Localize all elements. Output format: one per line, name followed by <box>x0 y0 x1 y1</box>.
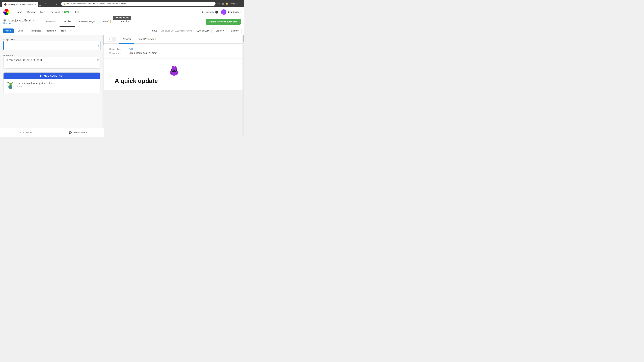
visual-mode-btn[interactable]: Visual <box>3 28 14 33</box>
assistant-body: I am writing a few subject lines for you… <box>4 79 100 93</box>
subject-line-section: Subject line 0 ⤡ <box>3 38 100 51</box>
right-panel: 👁 ▾ Browser Email Previews ⚠ <box>104 35 244 137</box>
browser-actions: ☆ ⧉ 🕵 Incognito ⋮ <box>218 2 242 5</box>
toolbar: Visual Code Templates Tracking ▾ Help ↩ … <box>0 27 244 35</box>
assistant-header: LITMUS ASSISTANT <box>4 72 100 79</box>
new-tab-btn[interactable]: + <box>39 4 41 7</box>
chevron-down-icon: ▾ <box>55 29 56 32</box>
update-previews-btn[interactable]: Update Previews & QA tabs <box>206 19 241 25</box>
svg-point-15 <box>10 85 11 86</box>
browser-tabs: Moodjoy test Email > Litmus ✕ + <box>2 0 41 7</box>
resources-btn[interactable]: ℹ Resources 1 <box>202 10 218 13</box>
incognito-label: Incognito <box>230 2 238 5</box>
address-bar[interactable]: 🔒 litmus.com/folders/unsorted_emails/ema… <box>61 2 216 6</box>
email-preview-area: Subject line Add Preview text Lorem ipsu… <box>104 43 244 137</box>
chevron-down-icon: ▾ <box>223 29 224 32</box>
tab-builder[interactable]: Builder <box>60 17 75 27</box>
bookmark-btn[interactable]: ☆ <box>218 2 220 5</box>
toolbar-right: Save Last saved Dec 20, 2023 at 7:29pm S… <box>150 28 242 33</box>
svg-point-13 <box>10 84 10 84</box>
svg-rect-16 <box>8 86 12 88</box>
left-panel-content: Subject line 0 ⤡ Preview text Lorem ipsu… <box>0 35 104 128</box>
browser-view-tab[interactable]: Browser <box>119 35 134 43</box>
email-subject-label: Subject line <box>109 48 126 50</box>
tab-title: Moodjoy test Email > Litmus <box>8 3 33 6</box>
forward-btn[interactable]: → <box>49 1 54 6</box>
redo-btn[interactable]: ↪ <box>74 28 79 33</box>
app-logo <box>3 9 10 15</box>
export-btn[interactable]: Export ▾ <box>213 28 227 33</box>
save-btn[interactable]: Save <box>150 28 159 33</box>
tab-previews-qa[interactable]: Previews & QA <box>75 17 99 27</box>
back-btn[interactable]: ← <box>44 1 48 6</box>
loading-dot-2 <box>18 86 20 87</box>
share-btn[interactable]: Share ▾ <box>228 28 242 33</box>
preview-char-count: 27 <box>96 59 99 61</box>
svg-point-1 <box>223 10 225 12</box>
nav-controls: ← → ↻ <box>44 1 58 6</box>
subject-char-count: 0 <box>98 45 99 47</box>
give-feedback-btn[interactable]: 💬 Give feedback <box>52 128 104 137</box>
email-header-info: Subject line Add Preview text Lorem ipsu… <box>104 43 244 58</box>
browser-chrome: Moodjoy test Email > Litmus ✕ + ← → ↻ 🔒 … <box>0 0 244 7</box>
proof-lock-icon: 🔒 <box>109 20 112 23</box>
email-preview-label: Preview text <box>109 52 126 54</box>
subject-line-label: Subject line <box>3 38 14 41</box>
svg-point-22 <box>172 66 174 68</box>
main-content: Subject line 0 ⤡ Preview text Lorem ipsu… <box>0 35 244 137</box>
nav-build[interactable]: Build <box>38 9 48 15</box>
left-scrollbar-thumb <box>103 35 104 45</box>
left-scrollbar[interactable] <box>102 35 104 128</box>
menu-btn[interactable]: ⋮ <box>240 2 242 5</box>
left-panel: Subject line 0 ⤡ Preview text Lorem ipsu… <box>0 35 104 137</box>
tab-summary[interactable]: Summary <box>42 17 60 27</box>
split-view-btn[interactable]: ⧉ <box>222 2 224 5</box>
preview-text-input[interactable]: Lorem ipsum dolor sit amet <box>3 57 100 68</box>
chevron-down-icon: ▾ <box>238 29 239 32</box>
templates-btn[interactable]: Templates <box>29 28 43 33</box>
tracking-btn[interactable]: Tracking ▾ <box>44 28 58 33</box>
right-scrollbar-thumb <box>243 35 244 42</box>
nav-test[interactable]: Test <box>72 9 82 15</box>
expand-icon: ⤡ <box>98 48 99 49</box>
sync-esp-btn[interactable]: Sync to ESP <box>194 28 212 33</box>
lock-icon: 🔒 <box>64 3 66 5</box>
chevron-down-icon: ▾ <box>114 38 114 40</box>
undo-btn[interactable]: ↩ <box>69 28 74 33</box>
nav-home[interactable]: Home <box>14 9 24 15</box>
reload-btn[interactable]: ↻ <box>54 1 58 6</box>
nav-personalize[interactable]: Personalize New <box>48 9 72 15</box>
preview-text-label: Preview text <box>3 54 15 57</box>
subject-add-btn[interactable]: Add <box>129 48 133 50</box>
nav-design[interactable]: Design <box>25 9 37 15</box>
assistant-mascot <box>6 82 14 90</box>
sidebar-toggle-icon[interactable]: ☰ <box>3 19 6 22</box>
show-tour-btn[interactable]: ? Show tour <box>0 128 52 137</box>
tab-close-btn[interactable]: ✕ <box>34 3 36 6</box>
preview-field-row: Preview text Lorem ipsum dolor sit amet <box>109 52 239 54</box>
personalize-badge: New <box>64 11 70 13</box>
focus-mode-btn[interactable]: FOCUS MODE <box>113 16 131 20</box>
svg-point-14 <box>11 84 11 84</box>
user-info[interactable]: John Smith ▾ <box>221 9 241 15</box>
email-previews-tab[interactable]: Email Previews ⚠ <box>134 35 160 43</box>
user-avatar <box>221 9 226 15</box>
chevron-down-icon: ▾ <box>240 11 241 13</box>
more-options-btn[interactable]: ··· <box>32 19 34 22</box>
subject-line-input[interactable] <box>3 41 100 50</box>
email-title-section: ☰ Moodjoy test Email ··· Unsorted <box>3 19 38 24</box>
last-saved-text: Last saved Dec 20, 2023 at 7:29pm <box>160 30 192 32</box>
breadcrumb-link[interactable]: Unsorted <box>3 22 35 24</box>
chevron-view-btn[interactable]: ▾ <box>112 37 116 41</box>
eye-view-btn[interactable]: 👁 <box>107 37 112 41</box>
bottom-toolbar: ? Show tour 💬 Give feedback <box>0 128 104 137</box>
right-scrollbar[interactable] <box>242 35 244 137</box>
header-right: ℹ Resources 1 John Smith ▾ <box>202 9 241 15</box>
code-mode-btn[interactable]: Code <box>15 28 26 33</box>
app-header: FOCUS MODE Home Design Build Personalize… <box>0 7 244 17</box>
assistant-message-text: I am writing a few subject lines for you… <box>16 82 58 87</box>
help-btn[interactable]: Help <box>59 28 68 33</box>
active-tab[interactable]: Moodjoy test Email > Litmus ✕ <box>2 2 38 7</box>
email-headline: A quick update <box>109 77 163 84</box>
loading-dot-1 <box>16 86 18 87</box>
